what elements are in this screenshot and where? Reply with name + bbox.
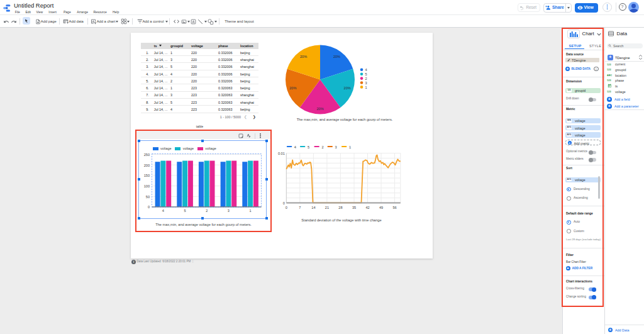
svg-text:5: 5 xyxy=(365,72,367,76)
svg-text:56: 56 xyxy=(392,206,396,209)
svg-text:200: 200 xyxy=(144,163,150,167)
svg-text:1: 1 xyxy=(349,145,351,149)
svg-text:0.01: 0.01 xyxy=(278,152,285,155)
svg-text:35: 35 xyxy=(352,206,356,209)
svg-text:3: 3 xyxy=(335,145,337,149)
svg-text:4: 4 xyxy=(162,209,164,213)
svg-text:20%: 20% xyxy=(289,86,296,90)
svg-text:150: 150 xyxy=(144,174,150,177)
svg-text:28: 28 xyxy=(338,206,342,209)
svg-text:20%: 20% xyxy=(344,86,351,90)
svg-text:7: 7 xyxy=(299,206,301,209)
svg-text:21: 21 xyxy=(325,206,329,209)
svg-text:2: 2 xyxy=(206,209,208,213)
svg-text:20%: 20% xyxy=(316,107,323,111)
svg-text:100: 100 xyxy=(144,184,150,188)
svg-text:20%: 20% xyxy=(300,55,307,58)
svg-text:42: 42 xyxy=(365,206,369,209)
svg-text:3: 3 xyxy=(228,209,230,213)
svg-text:4: 4 xyxy=(365,68,367,72)
svg-text:1: 1 xyxy=(365,86,367,89)
svg-text:2: 2 xyxy=(321,145,323,149)
svg-text:20%: 20% xyxy=(333,55,340,58)
svg-text:14: 14 xyxy=(311,206,315,209)
svg-text:50: 50 xyxy=(146,195,150,199)
svg-text:0: 0 xyxy=(286,206,287,209)
svg-text:2: 2 xyxy=(365,77,367,81)
svg-text:3: 3 xyxy=(365,81,367,85)
svg-text:0: 0 xyxy=(283,201,285,205)
svg-text:5: 5 xyxy=(308,145,309,149)
svg-text:5: 5 xyxy=(184,209,186,213)
svg-text:0: 0 xyxy=(148,205,150,209)
svg-text:1: 1 xyxy=(250,209,252,213)
svg-text:49: 49 xyxy=(379,206,383,209)
svg-text:250: 250 xyxy=(144,153,150,157)
svg-text:4: 4 xyxy=(294,145,296,149)
